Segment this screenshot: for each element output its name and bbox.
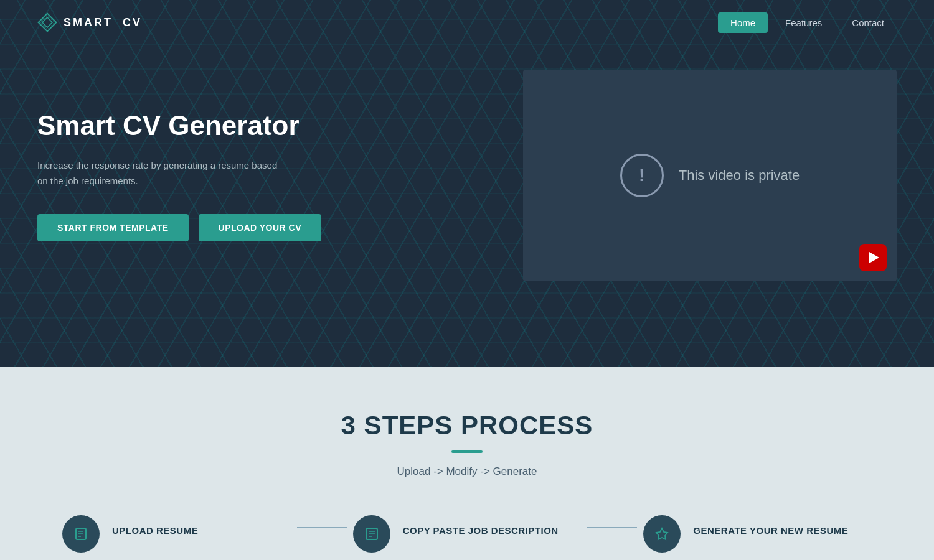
steps-section: 3 STEPS PROCESS Upload -> Modify -> Gene… (0, 367, 934, 560)
logo-diamond-icon (37, 12, 57, 32)
video-private-notice: ! This video is private (620, 154, 800, 197)
hero-content: Smart CV Generator Increase the response… (0, 45, 934, 331)
svg-marker-0 (39, 14, 57, 32)
steps-row: UPLOAD RESUME COPY PASTE JOB DESCRIPTION (37, 515, 897, 553)
nav-link-home[interactable]: Home (718, 12, 768, 33)
hero-title: Smart CV Generator (37, 110, 380, 142)
step-item-3: GENERATE YOUR NEW RESUME (643, 515, 872, 553)
video-play-button[interactable] (859, 244, 887, 271)
step-separator-1 (297, 527, 347, 528)
step-3-icon (643, 515, 681, 553)
hero-buttons: START FROM TEMPLATE UPLOAD YOUR CV (37, 214, 380, 241)
nav-links: Home Features Contact (718, 12, 897, 33)
hero-left: Smart CV Generator Increase the response… (37, 110, 380, 241)
logo: SMART CV (37, 12, 142, 32)
step-item-1: UPLOAD RESUME (62, 515, 291, 553)
video-private-icon: ! (620, 154, 664, 197)
logo-label: SMART CV (64, 16, 142, 29)
steps-title: 3 STEPS PROCESS (37, 411, 897, 441)
start-from-template-button[interactable]: START FROM TEMPLATE (37, 214, 189, 241)
video-private-text: This video is private (679, 167, 800, 184)
upload-cv-button[interactable]: UPLOAD YOUR CV (199, 214, 322, 241)
nav-link-contact[interactable]: Contact (839, 12, 897, 33)
navbar: SMART CV Home Features Contact (0, 0, 934, 45)
steps-divider (451, 450, 483, 453)
svg-marker-11 (656, 528, 667, 539)
play-triangle-icon (869, 252, 879, 263)
nav-link-features[interactable]: Features (773, 12, 834, 33)
step-2-label: COPY PASTE JOB DESCRIPTION (403, 525, 559, 536)
steps-subtitle: Upload -> Modify -> Generate (37, 465, 897, 478)
hero-section: SMART CV Home Features Contact Smart CV … (0, 0, 934, 367)
step-item-2: COPY PASTE JOB DESCRIPTION (353, 515, 582, 553)
step-separator-2 (587, 527, 637, 528)
step-2-icon (353, 515, 390, 553)
step-1-label: UPLOAD RESUME (112, 525, 198, 536)
step-3-label: GENERATE YOUR NEW RESUME (693, 525, 848, 536)
video-player: ! This video is private (523, 70, 897, 281)
hero-subtitle: Increase the response rate by generating… (37, 157, 286, 189)
step-1-icon (62, 515, 100, 553)
